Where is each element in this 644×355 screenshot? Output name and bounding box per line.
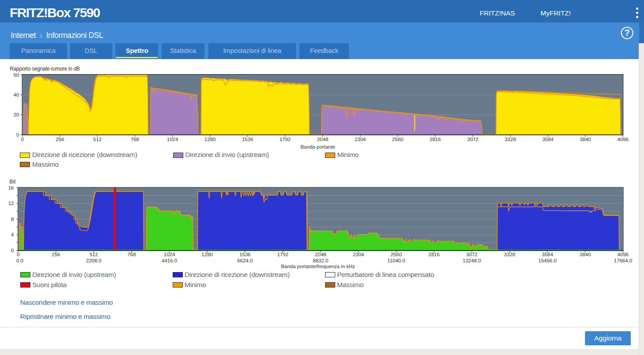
svg-text:3328: 3328 (504, 252, 515, 257)
svg-text:20: 20 (14, 112, 19, 117)
svg-text:1280: 1280 (204, 137, 216, 142)
svg-text:3584: 3584 (542, 252, 553, 257)
svg-text:0: 0 (11, 248, 14, 253)
svg-text:Banda portante: Banda portante (300, 144, 335, 149)
svg-text:8: 8 (11, 217, 14, 222)
svg-text:17664.0: 17664.0 (614, 258, 633, 263)
svg-text:2816: 2816 (429, 137, 441, 142)
svg-text:2304: 2304 (355, 137, 366, 142)
svg-text:512: 512 (93, 137, 102, 142)
svg-text:2816: 2816 (429, 252, 440, 257)
svg-text:2048: 2048 (315, 252, 326, 257)
svg-text:1792: 1792 (279, 137, 291, 142)
svg-text:4096: 4096 (618, 252, 629, 257)
svg-text:3840: 3840 (580, 137, 591, 142)
svg-text:4: 4 (11, 232, 14, 237)
svg-text:3584: 3584 (542, 137, 554, 142)
svg-text:60: 60 (14, 72, 19, 78)
svg-text:2304: 2304 (353, 252, 364, 257)
svg-text:1792: 1792 (277, 252, 289, 257)
svg-text:1280: 1280 (202, 252, 213, 257)
svg-text:2048: 2048 (317, 137, 329, 142)
svg-text:0: 0 (17, 252, 19, 257)
svg-text:0: 0 (16, 132, 19, 138)
svg-text:3328: 3328 (505, 137, 516, 142)
svg-text:1536: 1536 (242, 137, 253, 142)
svg-text:40: 40 (14, 92, 19, 97)
svg-text:512: 512 (89, 252, 98, 257)
svg-text:3840: 3840 (580, 252, 591, 257)
svg-text:1024: 1024 (164, 252, 175, 257)
svg-text:4096: 4096 (617, 137, 629, 142)
svg-text:16: 16 (8, 185, 14, 191)
svg-text:3072: 3072 (466, 252, 477, 257)
svg-text:2560: 2560 (391, 252, 402, 257)
svg-text:13248.0: 13248.0 (463, 258, 481, 263)
svg-text:11040.0: 11040.0 (387, 258, 405, 263)
svg-text:1536: 1536 (239, 252, 251, 257)
svg-text:8832.0: 8832.0 (313, 258, 328, 263)
svg-text:768: 768 (127, 252, 136, 257)
svg-text:2560: 2560 (392, 137, 403, 142)
svg-text:1024: 1024 (167, 137, 178, 142)
svg-text:0: 0 (21, 137, 24, 142)
svg-text:256: 256 (52, 252, 60, 257)
svg-text:2208.0: 2208.0 (86, 258, 101, 263)
svg-text:Banda portante/frequenza in kH: Banda portante/frequenza in kHz (281, 264, 355, 269)
svg-text:768: 768 (131, 137, 139, 142)
svg-text:6624.0: 6624.0 (237, 258, 253, 263)
svg-text:12: 12 (8, 201, 14, 206)
svg-text:4416.0: 4416.0 (162, 258, 177, 263)
svg-text:0.0: 0.0 (16, 258, 23, 263)
svg-text:256: 256 (56, 137, 64, 142)
svg-text:15456.0: 15456.0 (538, 258, 557, 263)
svg-text:3072: 3072 (467, 137, 479, 142)
